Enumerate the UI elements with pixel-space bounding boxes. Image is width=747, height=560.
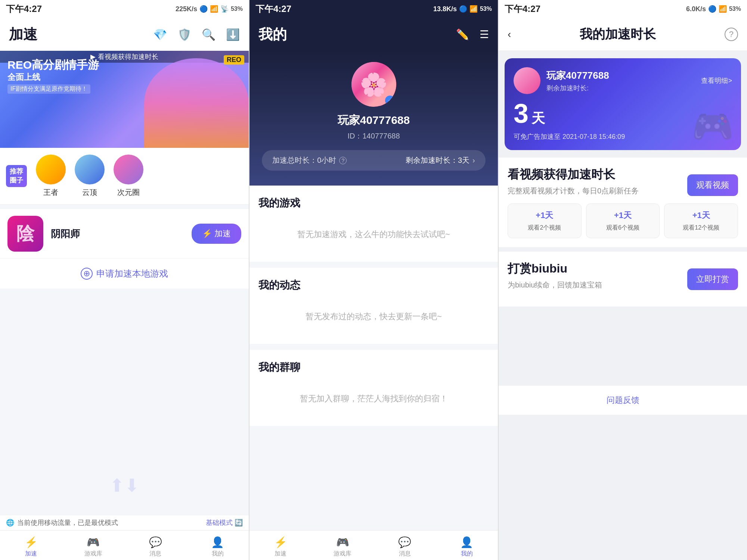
video-rewards: +1天 观看2个视频 +1天 观看6个视频 +1天 观看12个视频: [508, 203, 738, 238]
panel-my: 下午4:27 13.8K/s 🔵 📶 53% 我的 ✏️ ☰ 🌸 ♂ 玩家407…: [249, 0, 498, 560]
game-item-onmyoji[interactable]: 陰 阴阳师 ⚡ 加速: [0, 209, 249, 259]
battery-2: 53%: [480, 6, 492, 12]
feedback-section[interactable]: 问题反馈: [499, 386, 747, 415]
status-icons-2: 13.8K/s 🔵 📶 53%: [433, 5, 492, 13]
mode-text[interactable]: 基础模式 🔄: [206, 518, 243, 527]
game-icon-onmyoji: 陰: [7, 216, 43, 252]
menu-icon[interactable]: ☰: [480, 28, 489, 41]
nav-messages-label-2: 消息: [399, 550, 411, 558]
apply-local-section[interactable]: ⊕ 申请加速本地游戏: [0, 259, 249, 289]
status-icons-1: 225K/s 🔵 📶 📡 53%: [176, 5, 243, 13]
apply-plus-icon: ⊕: [81, 268, 93, 280]
boost-button[interactable]: ⚡ 加速: [192, 224, 241, 244]
profile-card-top: 玩家40777688 剩余加速时长: 查看明细>: [514, 67, 732, 94]
nav-games[interactable]: 🎮 游戏库: [62, 533, 125, 558]
nav-messages-label: 消息: [149, 550, 161, 558]
circle-item-cloud[interactable]: 云顶: [75, 155, 105, 197]
tip-button[interactable]: 立即打赏: [687, 268, 738, 290]
nav-games-icon: 🎮: [87, 536, 100, 548]
watch-video-section: 看视频获得加速时长 完整观看视频才计数，每日0点刷新任务 观看视频 +1天 观看…: [499, 158, 747, 247]
nav-messages-2[interactable]: 💬 消息: [374, 533, 436, 558]
question-icon-small[interactable]: ?: [339, 157, 347, 164]
profile-section: 🌸 ♂ 玩家40777688 ID：140777688 加速总时长：0小时 ? …: [249, 51, 498, 186]
my-games-section: 我的游戏 暂无加速游戏，这么牛的功能快去试试吧~: [249, 186, 498, 262]
circle-item-king[interactable]: 王者: [36, 155, 66, 197]
nav-my[interactable]: 👤 我的: [187, 533, 249, 558]
remain-time[interactable]: 剩余加速时长：3天 ›: [406, 155, 475, 165]
nav-games-2[interactable]: 🎮 游戏库: [311, 533, 374, 558]
promo-text-area: REO高分剧情手游 全面上线 IF剧情分支满足原作党期待！: [7, 58, 99, 94]
circle-item-anime[interactable]: 次元圈: [114, 155, 143, 197]
network-speed-3: 6.0K/s: [686, 5, 706, 13]
shield-icon[interactable]: 🛡️: [177, 28, 191, 41]
page-title-boost: 加速: [9, 25, 37, 44]
recommend-label: 推荐 圈子: [6, 165, 27, 187]
nav-boost-2[interactable]: ⚡ 加速: [249, 533, 311, 558]
reward-plus-2: +1天: [589, 210, 657, 221]
watch-video-button[interactable]: 观看视频: [687, 174, 738, 196]
days-unit: 天: [531, 109, 545, 128]
nav-boost-icon-2: ⚡: [274, 536, 287, 548]
speed-content: 玩家40777688 剩余加速时长: 查看明细> 3 天 可免广告加速至 202…: [499, 51, 747, 560]
status-bar-3: 下午4:27 6.0K/s 🔵 📶 53%: [499, 0, 747, 18]
my-games-empty: 暂无加速游戏，这么牛的功能快去试试吧~: [258, 218, 489, 251]
top-header-boost: 加速 💎 🛡️ 🔍 ⬇️: [0, 18, 249, 51]
nav-boost[interactable]: ⚡ 加速: [0, 533, 62, 558]
edit-icon[interactable]: ✏️: [456, 28, 469, 41]
reward-plus-1: +1天: [511, 210, 578, 221]
promo-banner[interactable]: ▶ 看视频获得加速时长 REO高分剧情手游 全面上线 IF剧情分支满足原作党期待…: [0, 51, 249, 148]
video-text: 看视频获得加速时长: [98, 52, 158, 61]
back-icon[interactable]: ‹: [508, 28, 511, 40]
my-header-icons: ✏️ ☰: [456, 28, 489, 41]
search-icon[interactable]: 🔍: [202, 28, 216, 41]
tip-section: 打赏biubiu 为biubiu续命，回馈加速宝箱 立即打赏: [499, 252, 747, 307]
nav-messages[interactable]: 💬 消息: [124, 533, 187, 558]
profile-card: 玩家40777688 剩余加速时长: 查看明细> 3 天 可免广告加速至 202…: [505, 58, 741, 150]
recommend-section: 推荐 圈子 王者 云顶 次元圈: [0, 148, 249, 205]
nav-games-icon-2: 🎮: [336, 536, 349, 548]
wifi-icon-2: 📶: [469, 5, 478, 13]
nav-my-2[interactable]: 👤 我的: [436, 533, 498, 558]
nav-my-icon-2: 👤: [460, 536, 473, 548]
time-3: 下午4:27: [505, 3, 540, 15]
circle-avatar-cloud: [75, 155, 105, 184]
recommend-row: 推荐 圈子 王者 云顶 次元圈: [6, 155, 243, 197]
my-group-section: 我的群聊 暂无加入群聊，茫茫人海找到你的归宿！: [249, 350, 498, 426]
game-name-onmyoji: 阴阳师: [51, 227, 192, 240]
video-section-titles: 看视频获得加速时长 完整观看视频才计数，每日0点刷新任务: [508, 167, 639, 203]
my-content: 我的游戏 暂无加速游戏，这么牛的功能快去试试吧~ 我的动态 暂无发布过的动态，快…: [249, 186, 498, 560]
gray-area: [499, 311, 747, 386]
time-2: 下午4:27: [255, 3, 291, 15]
question-icon[interactable]: ?: [725, 28, 738, 41]
bottom-nav-1: ⚡ 加速 🎮 游戏库 💬 消息 👤 我的: [0, 530, 249, 560]
status-bar-2: 下午4:27 13.8K/s 🔵 📶 53%: [249, 0, 498, 18]
battery-3: 53%: [729, 6, 741, 12]
status-text: 当前使用移动流量，已是最优模式: [17, 518, 118, 527]
view-detail-link[interactable]: 查看明细>: [701, 76, 732, 85]
time-info-bar[interactable]: 加速总时长：0小时 ? 剩余加速时长：3天 ›: [262, 150, 486, 171]
my-group-empty: 暂无加入群聊，茫茫人海找到你的归宿！: [258, 382, 489, 416]
my-activity-section: 我的动态 暂无发布过的动态，快去更新一条吧~: [249, 268, 498, 344]
card-info: 玩家40777688 剩余加速时长:: [546, 69, 701, 93]
download-icon[interactable]: ⬇️: [226, 28, 240, 41]
promo-main-title: REO高分剧情手游: [7, 58, 99, 72]
wifi-icon-3: 📶: [719, 5, 727, 13]
status-icons-3: 6.0K/s 🔵 📶 53%: [686, 5, 741, 13]
speed-header: ‹ 我的加速时长 ?: [499, 18, 747, 51]
nav-my-label: 我的: [212, 550, 224, 558]
tip-title: 打赏biubiu: [508, 261, 602, 277]
recommend-tag: 推荐 圈子: [6, 165, 27, 187]
network-speed-1: 225K/s: [176, 5, 197, 13]
profile-avatar: 🌸 ♂: [351, 62, 396, 107]
panel-boost: 下午4:27 225K/s 🔵 📶 📡 53% 加速 💎 🛡️ 🔍 ⬇️ ▶ 看…: [0, 0, 249, 560]
video-section-title: 看视频获得加速时长: [508, 167, 639, 183]
nav-games-label: 游戏库: [84, 550, 102, 558]
circle-label-king: 王者: [43, 187, 58, 197]
card-avatar: [514, 67, 540, 94]
wifi-icon: 📶: [210, 5, 218, 13]
reward-action-2: 观看6个视频: [589, 224, 657, 232]
panel-speed-time: 下午4:27 6.0K/s 🔵 📶 53% ‹ 我的加速时长 ? 玩家40777…: [498, 0, 747, 560]
diamond-icon[interactable]: 💎: [153, 28, 167, 41]
total-time: 加速总时长：0小时 ?: [272, 155, 347, 165]
bluetooth-icon-3: 🔵: [708, 5, 716, 13]
